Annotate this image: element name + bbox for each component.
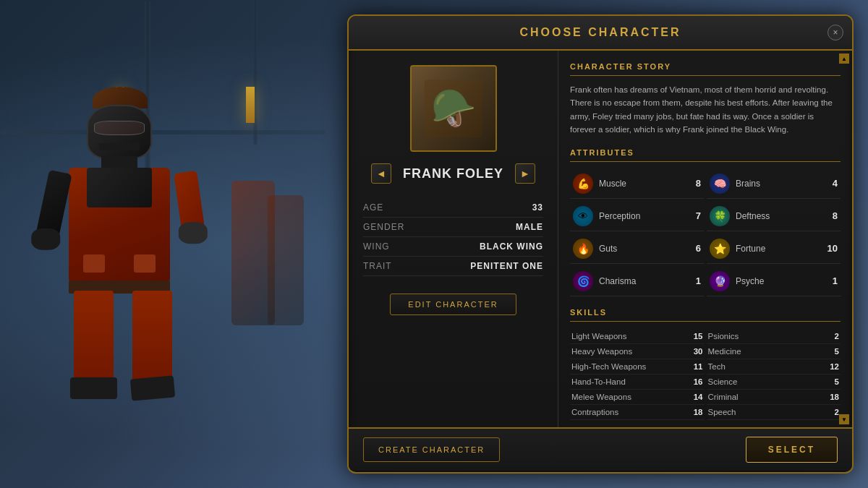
attr-item-brains: 🧠 Brains 4 <box>707 169 841 199</box>
stat-row: AGE33 <box>363 198 543 218</box>
attr-item-muscle: 💪 Muscle 8 <box>570 169 704 199</box>
skill-value: 2 <box>835 332 839 341</box>
skill-item: Speech2 <box>707 405 841 420</box>
char-nav: ◄ FRANK FOLEY ► <box>371 163 535 184</box>
stat-label: GENDER <box>363 222 404 232</box>
skill-name: High-Tech Weapons <box>571 362 646 371</box>
attr-value: 10 <box>823 243 838 254</box>
attr-item-perception: 👁 Perception 7 <box>570 202 704 231</box>
skill-item: Hand-To-Hand16 <box>570 374 705 390</box>
char-arm-right <box>174 171 205 239</box>
char-details-panel: ▲ CHARACTER STORY Frank often has dreams… <box>558 51 852 427</box>
create-character-button[interactable]: CREATE CHARACTER <box>363 437 500 462</box>
char-head <box>87 105 152 159</box>
char-leg-left <box>74 291 114 399</box>
skill-value: 15 <box>694 332 703 341</box>
attr-name: Perception <box>599 211 681 221</box>
skill-item: Light Weapons15 <box>570 329 705 344</box>
char-stats-table: AGE33GENDERMALEWINGBLACK WINGTRAITPENITE… <box>363 198 543 276</box>
close-button[interactable]: × <box>827 25 843 40</box>
attributes-grid: 💪 Muscle 8 🧠 Brains 4 👁 Perception 7 🍀 D… <box>570 169 841 296</box>
char-body <box>65 87 181 412</box>
select-button[interactable]: SELECT <box>746 437 838 463</box>
skill-value: 11 <box>694 362 703 371</box>
stat-label: TRAIT <box>363 261 392 271</box>
stat-row: GENDERMALE <box>363 218 543 237</box>
skill-name: Criminal <box>708 393 739 401</box>
dialog-body: 🪖 ◄ FRANK FOLEY ► AGE33GENDERMALEWINGBLA… <box>349 51 852 427</box>
skills-section-header: SKILLS <box>570 308 841 322</box>
bg-figure-2 <box>268 195 304 325</box>
skill-value: 5 <box>835 347 839 356</box>
skill-item: Melee Weapons14 <box>570 390 705 405</box>
skill-item: Contraptions18 <box>570 405 705 420</box>
attr-item-psyche: 🔮 Psyche 1 <box>707 267 841 296</box>
stat-value: MALE <box>516 222 543 232</box>
char-arm-left <box>35 170 72 245</box>
prev-arrow[interactable]: ◄ <box>371 163 391 184</box>
scroll-down[interactable]: ▼ <box>839 414 849 424</box>
attr-icon-charisma: 🌀 <box>573 271 593 291</box>
attr-icon-psyche: 🔮 <box>710 271 730 291</box>
attr-icon-brains: 🧠 <box>710 174 730 194</box>
attr-value: 4 <box>823 178 838 189</box>
attr-icon-deftness: 🍀 <box>710 206 730 226</box>
dialog-panel: CHOOSE CHARACTER × 🪖 ◄ FRANK FOLEY ► AGE… <box>347 14 854 474</box>
stat-label: WING <box>363 241 390 252</box>
skill-name: Science <box>708 377 738 386</box>
skills-grid: Light Weapons15Heavy Weapons30High-Tech … <box>570 329 841 420</box>
skill-name: Hand-To-Hand <box>571 377 626 386</box>
char-leg-right <box>132 291 172 392</box>
attr-value: 1 <box>686 275 701 286</box>
story-text: Frank often has dreams of Vietnam, most … <box>570 83 841 137</box>
dialog-footer: CREATE CHARACTER SELECT <box>349 427 852 471</box>
stat-value: 33 <box>532 202 543 213</box>
attr-value: 7 <box>686 210 701 221</box>
skill-value: 14 <box>694 393 703 401</box>
attr-value: 8 <box>686 178 701 189</box>
edit-character-button[interactable]: EDIT CHARACTER <box>390 294 516 315</box>
attr-icon-muscle: 💪 <box>573 174 593 194</box>
skill-name: Medicine <box>708 347 741 356</box>
story-section-header: CHARACTER STORY <box>570 62 841 76</box>
stat-value: PENITENT ONE <box>470 261 543 271</box>
skill-item: Tech12 <box>707 359 841 374</box>
skill-name: Heavy Weapons <box>571 347 632 356</box>
attr-value: 6 <box>686 243 701 254</box>
story-title: CHARACTER STORY <box>570 62 671 71</box>
stat-row: TRAITPENITENT ONE <box>363 257 543 276</box>
char-info-panel: 🪖 ◄ FRANK FOLEY ► AGE33GENDERMALEWINGBLA… <box>349 51 558 427</box>
attr-icon-perception: 👁 <box>573 206 593 226</box>
skill-item: Medicine5 <box>707 344 841 359</box>
char-torso <box>69 168 170 283</box>
skill-name: Tech <box>708 362 726 371</box>
skill-item: Science5 <box>707 374 841 390</box>
stat-row: WINGBLACK WING <box>363 237 543 257</box>
skill-item: Heavy Weapons30 <box>570 344 705 359</box>
skills-col-right: Psionics2Medicine5Tech12Science5Criminal… <box>707 329 841 420</box>
attr-name: Fortune <box>736 244 817 254</box>
skills-title: SKILLS <box>570 308 607 317</box>
skill-name: Contraptions <box>571 408 618 416</box>
stat-label: AGE <box>363 202 383 213</box>
skills-col-left: Light Weapons15Heavy Weapons30High-Tech … <box>570 329 705 420</box>
char-portrait: 🪖 <box>410 65 497 152</box>
character-3d <box>22 58 253 463</box>
attr-icon-fortune: ⭐ <box>710 239 730 259</box>
skill-name: Speech <box>708 408 736 416</box>
skill-item: Psionics2 <box>707 329 841 344</box>
char-name: FRANK FOLEY <box>403 166 503 181</box>
skill-name: Melee Weapons <box>571 393 631 401</box>
attr-value: 1 <box>823 275 838 286</box>
dialog-header: CHOOSE CHARACTER × <box>349 16 852 51</box>
attr-name: Deftness <box>736 211 817 221</box>
attr-name: Charisma <box>599 276 681 286</box>
attr-name: Muscle <box>599 179 681 189</box>
attr-name: Guts <box>599 244 681 254</box>
skill-name: Light Weapons <box>571 332 627 341</box>
attributes-title: ATTRIBUTES <box>570 148 634 157</box>
skill-name: Psionics <box>708 332 739 341</box>
scroll-up[interactable]: ▲ <box>839 53 849 64</box>
stat-value: BLACK WING <box>480 241 543 252</box>
next-arrow[interactable]: ► <box>515 163 535 184</box>
